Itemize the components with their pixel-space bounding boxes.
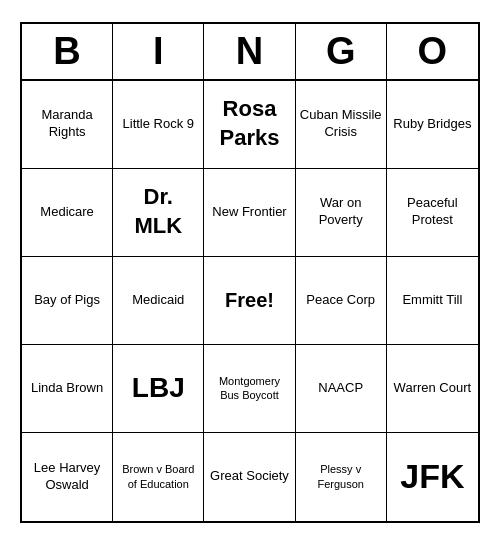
bingo-header: BINGO: [22, 24, 478, 81]
bingo-grid: Maranda RightsLittle Rock 9Rosa ParksCub…: [22, 81, 478, 521]
bingo-letter-n: N: [204, 24, 295, 79]
bingo-cell-16: LBJ: [113, 345, 204, 433]
bingo-cell-13: Peace Corp: [296, 257, 387, 345]
bingo-cell-11: Medicaid: [113, 257, 204, 345]
bingo-cell-8: War on Poverty: [296, 169, 387, 257]
bingo-cell-10: Bay of Pigs: [22, 257, 113, 345]
bingo-cell-24: JFK: [387, 433, 478, 521]
bingo-cell-15: Linda Brown: [22, 345, 113, 433]
bingo-cell-12: Free!: [204, 257, 295, 345]
bingo-letter-g: G: [296, 24, 387, 79]
bingo-cell-18: NAACP: [296, 345, 387, 433]
bingo-letter-i: I: [113, 24, 204, 79]
bingo-cell-23: Plessy v Ferguson: [296, 433, 387, 521]
bingo-cell-14: Emmitt Till: [387, 257, 478, 345]
bingo-cell-7: New Frontier: [204, 169, 295, 257]
bingo-cell-2: Rosa Parks: [204, 81, 295, 169]
bingo-letter-o: O: [387, 24, 478, 79]
bingo-cell-1: Little Rock 9: [113, 81, 204, 169]
bingo-cell-5: Medicare: [22, 169, 113, 257]
bingo-cell-9: Peaceful Protest: [387, 169, 478, 257]
bingo-cell-6: Dr. MLK: [113, 169, 204, 257]
bingo-cell-22: Great Society: [204, 433, 295, 521]
bingo-letter-b: B: [22, 24, 113, 79]
bingo-cell-20: Lee Harvey Oswald: [22, 433, 113, 521]
bingo-card: BINGO Maranda RightsLittle Rock 9Rosa Pa…: [20, 22, 480, 523]
bingo-cell-4: Ruby Bridges: [387, 81, 478, 169]
bingo-cell-17: Montgomery Bus Boycott: [204, 345, 295, 433]
bingo-cell-21: Brown v Board of Education: [113, 433, 204, 521]
bingo-cell-3: Cuban Missile Crisis: [296, 81, 387, 169]
bingo-cell-19: Warren Court: [387, 345, 478, 433]
bingo-cell-0: Maranda Rights: [22, 81, 113, 169]
